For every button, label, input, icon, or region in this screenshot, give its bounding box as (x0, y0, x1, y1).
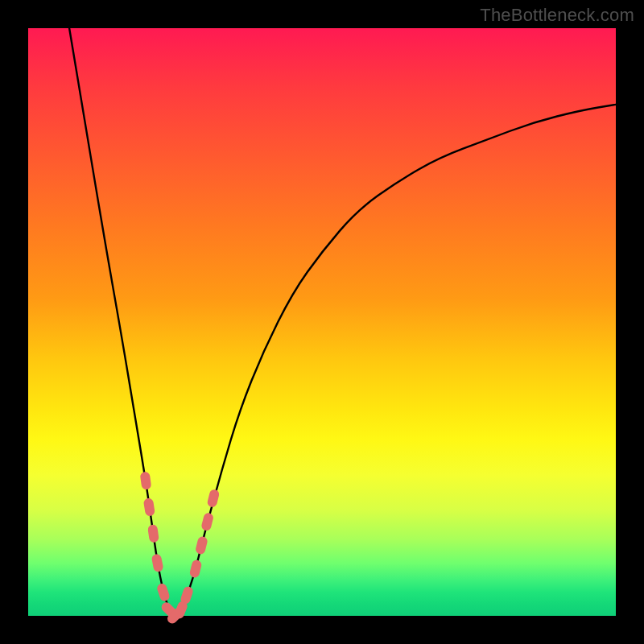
marker-dot (206, 489, 220, 508)
marker-dot (156, 582, 171, 602)
marker-dot (189, 559, 203, 578)
watermark-text: TheBottleneck.com (480, 5, 634, 26)
marker-dot (143, 497, 155, 517)
marker-dot (151, 553, 164, 572)
marker-dot (195, 535, 208, 555)
chart-frame: TheBottleneck.com (0, 0, 644, 644)
marker-group (140, 471, 221, 625)
chart-svg (28, 28, 616, 616)
marker-dot (140, 471, 152, 489)
marker-dot (147, 524, 159, 543)
marker-dot (200, 512, 214, 531)
